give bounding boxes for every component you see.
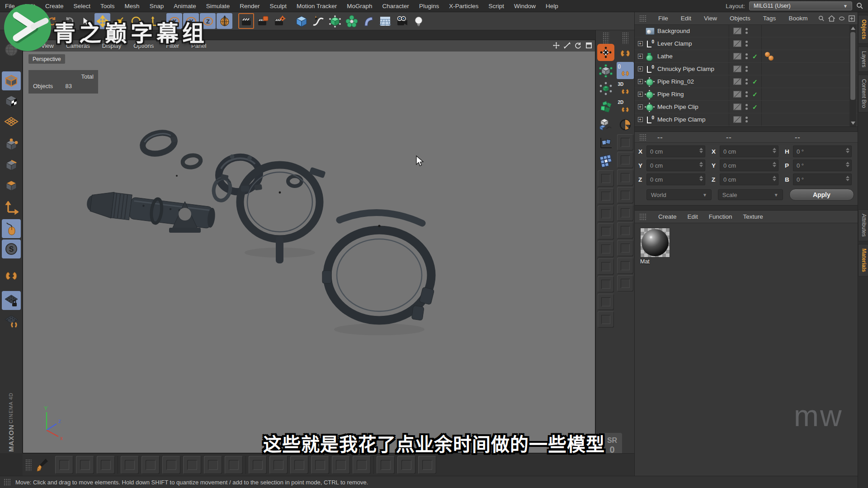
axis-mode-icon[interactable] [2, 199, 21, 218]
expand-icon[interactable]: + [638, 92, 643, 97]
coordinate-system-icon[interactable] [217, 13, 232, 29]
move-points-icon[interactable] [597, 44, 614, 61]
layer-chip[interactable] [733, 66, 741, 72]
panel-tab[interactable]: Attributes [858, 209, 868, 241]
snap-3d-icon[interactable]: 3D [617, 80, 634, 97]
modeling-tool-icon[interactable] [55, 456, 73, 474]
position-input[interactable]: 0 cm [646, 174, 705, 185]
pan-view-icon[interactable] [553, 42, 560, 49]
modeling-tool-icon[interactable] [353, 456, 371, 474]
render-settings-icon[interactable] [272, 13, 288, 29]
status-grip[interactable] [4, 479, 11, 486]
visibility-dots[interactable] [745, 117, 749, 122]
render-view-icon[interactable] [238, 13, 254, 29]
modeling-tool-icon[interactable] [290, 456, 308, 474]
modeling-tool-icon[interactable] [249, 456, 267, 474]
modeling-tool-icon[interactable] [225, 456, 243, 474]
add-box-icon[interactable] [849, 15, 855, 22]
enable-check-icon[interactable]: ✓ [752, 78, 760, 85]
expand-icon[interactable]: + [638, 54, 643, 59]
panel-tab[interactable]: Objects [858, 15, 868, 44]
material-tile[interactable]: Mat [640, 228, 670, 265]
dolly-view-icon[interactable] [564, 42, 571, 49]
menu-item[interactable]: Snap [145, 3, 169, 9]
visibility-dots[interactable] [745, 104, 749, 110]
panel-splitter[interactable] [635, 205, 858, 211]
knife-tool-icon[interactable] [33, 455, 53, 475]
swap-objects-icon[interactable] [597, 116, 614, 133]
visibility-dots[interactable] [745, 91, 749, 97]
fracture-icon[interactable] [597, 98, 614, 115]
home-icon[interactable] [828, 15, 835, 22]
menu-item[interactable]: Tools [95, 3, 120, 9]
perspective-viewport[interactable]: ViewCamerasDisplayOptionsFilterPanel Per… [23, 40, 595, 453]
menu-item[interactable]: Plugins [414, 3, 444, 9]
points-mode-icon[interactable] [2, 135, 21, 154]
object-manager-menu-item[interactable]: File [658, 15, 668, 22]
enable-check-icon[interactable]: ✓ [752, 91, 760, 98]
menu-item[interactable]: MoGraph [342, 3, 377, 9]
coordinate-space-dropdown[interactable]: World▼ [646, 189, 712, 200]
panel-splitter[interactable] [635, 127, 858, 132]
modeling-tool-icon[interactable] [397, 456, 415, 474]
object-row[interactable]: + Pipe Ring_02 ✓ [635, 75, 858, 88]
timer-icon[interactable] [617, 116, 634, 133]
floor-object-icon[interactable] [377, 13, 393, 29]
material-preview[interactable] [640, 228, 670, 258]
size-input[interactable]: 0 cm [720, 174, 778, 185]
snap-enable-icon[interactable] [617, 44, 634, 61]
texture-mode-icon[interactable] [2, 92, 21, 111]
material-menu-item[interactable]: Edit [688, 213, 698, 220]
material-manager-body[interactable]: Mat mw [635, 223, 858, 479]
modeling-tool-icon[interactable] [377, 456, 395, 474]
size-input[interactable]: 0 cm [720, 145, 778, 157]
soft-selection-icon[interactable]: S [2, 239, 21, 258]
menu-item[interactable]: Window [509, 3, 541, 9]
random-dice-icon[interactable] [597, 134, 614, 151]
snap-magnet-icon[interactable] [2, 265, 21, 284]
position-input[interactable]: 0 cm [646, 145, 705, 157]
layer-chip[interactable] [733, 91, 741, 98]
menu-item[interactable]: Simulate [201, 3, 235, 9]
visibility-dots[interactable] [745, 41, 749, 47]
modeling-tool-icon[interactable] [76, 456, 94, 474]
visibility-dots[interactable] [745, 66, 749, 72]
expand-icon[interactable]: + [638, 66, 643, 71]
panel-tab[interactable]: Content Bro [858, 75, 868, 113]
menu-item[interactable]: Motion Tracker [292, 3, 342, 9]
material-name[interactable]: Mat [640, 258, 670, 265]
material-menu-item[interactable]: Texture [743, 213, 763, 220]
model-mode-icon[interactable] [2, 71, 21, 90]
grid-array-icon[interactable] [597, 152, 614, 169]
rotate-view-icon[interactable] [575, 42, 581, 49]
visibility-dots[interactable] [745, 53, 749, 59]
snap-paren-icon[interactable]: () [617, 62, 634, 79]
polygons-mode-icon[interactable] [2, 176, 21, 195]
camera-icon[interactable] [394, 13, 410, 29]
expand-icon[interactable]: + [638, 41, 643, 46]
object-manager-menu-item[interactable]: Tags [763, 15, 776, 22]
rotation-input[interactable]: 0 ° [793, 145, 852, 157]
enable-check-icon[interactable]: ✓ [752, 103, 760, 111]
modeling-tool-icon[interactable] [121, 456, 139, 474]
mograph-cluster-icon[interactable] [344, 13, 359, 29]
panel-tab[interactable]: Layers [858, 47, 868, 72]
object-row[interactable]: + Lathe ✓ [635, 50, 858, 63]
spline-pen-icon[interactable] [310, 13, 326, 29]
mouse-interaction-icon[interactable] [2, 219, 21, 238]
layout-select[interactable]: MILG11 (User) ▼ [749, 1, 852, 10]
object-row[interactable]: + Background ✓ [635, 25, 858, 38]
modeling-tool-icon[interactable] [97, 456, 115, 474]
modeling-tool-icon[interactable] [269, 456, 288, 474]
object-manager-menu-item[interactable]: View [704, 15, 717, 22]
visibility-dots[interactable] [745, 28, 749, 34]
maximize-view-icon[interactable] [585, 42, 592, 49]
panel-grip[interactable] [639, 15, 646, 22]
modeling-tool-icon[interactable] [332, 456, 350, 474]
position-input[interactable]: 0 cm [646, 160, 705, 171]
size-input[interactable]: 0 cm [720, 160, 778, 171]
enable-check-icon[interactable]: ✓ [752, 53, 760, 60]
transform-mode-dropdown[interactable]: Scale▼ [718, 189, 783, 200]
object-manager-menu-item[interactable]: Bookm [788, 15, 807, 22]
tag-icons[interactable] [765, 52, 776, 61]
